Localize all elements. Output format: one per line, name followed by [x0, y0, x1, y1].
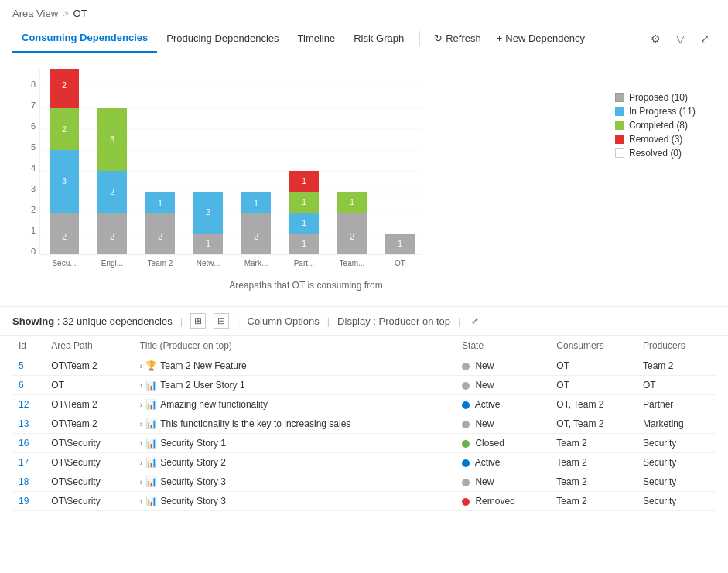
row-id-link[interactable]: 13 — [19, 418, 29, 429]
expand-arrow[interactable]: › — [140, 439, 142, 448]
row-id-link[interactable]: 19 — [19, 496, 29, 506]
state-text: New — [475, 418, 494, 429]
svg-text:2: 2 — [31, 205, 36, 214]
expand-rows-button[interactable]: ⊞ — [190, 313, 206, 329]
cell-state: Closed — [456, 434, 550, 453]
collapse-rows-button[interactable]: ⊟ — [214, 313, 229, 329]
row-id-link[interactable]: 16 — [19, 438, 29, 449]
cell-title: › 📊 Security Story 3 — [134, 472, 456, 492]
state-dot — [462, 498, 470, 506]
title-text: Amazing new functionality — [160, 399, 268, 410]
cell-title: › 📊 Amazing new functionality — [134, 395, 456, 414]
open-fullscreen-button[interactable]: ⤢ — [468, 314, 482, 328]
legend-removed-color — [615, 135, 624, 144]
tab-consuming[interactable]: Consuming Dependencies — [12, 24, 157, 53]
cell-producers: Marketing — [637, 414, 716, 434]
cell-consumers: Team 2 — [550, 434, 637, 453]
cell-title: › 📊 Security Story 1 — [134, 434, 456, 453]
expand-arrow[interactable]: › — [140, 497, 142, 506]
table-row: 5 OT\Team 2 › 🏆 Team 2 New Feature New O… — [12, 356, 716, 376]
expand-arrow[interactable]: › — [140, 362, 142, 370]
svg-text:2: 2 — [62, 124, 67, 134]
showing-label: Showing : 32 unique dependencies — [12, 315, 173, 327]
cell-id: 5 — [12, 356, 45, 376]
tab-timeline[interactable]: Timeline — [289, 25, 345, 52]
cell-id: 16 — [12, 434, 45, 453]
title-icon: 📊 — [145, 399, 157, 410]
expand-arrow[interactable]: › — [140, 420, 142, 428]
svg-text:1: 1 — [302, 239, 306, 248]
row-id-link[interactable]: 6 — [19, 380, 24, 391]
tab-divider — [419, 31, 420, 46]
state-dot — [462, 401, 470, 409]
title-icon: 🏆 — [145, 360, 157, 371]
state-text: New — [475, 380, 494, 391]
expand-arrow[interactable]: › — [140, 381, 142, 390]
plus-icon: + — [497, 32, 503, 44]
state-dot — [462, 440, 470, 448]
row-id-link[interactable]: 18 — [19, 476, 29, 487]
title-text: Security Story 3 — [160, 496, 226, 506]
legend-proposed-color — [615, 93, 624, 102]
col-header-consumers: Consumers — [550, 336, 637, 356]
column-options-button[interactable]: Column Options — [248, 315, 320, 327]
title-text: Security Story 2 — [160, 457, 226, 468]
svg-text:1: 1 — [31, 226, 36, 235]
cell-title: › 📊 Team 2 User Story 1 — [134, 376, 456, 395]
row-id-link[interactable]: 5 — [19, 360, 24, 371]
legend-completed: Completed (8) — [615, 120, 708, 131]
state-dot — [462, 479, 470, 486]
chart-area: 0 1 2 3 4 5 6 7 8 9 — [0, 53, 728, 306]
table-row: 18 OT\Security › 📊 Security Story 3 New … — [12, 472, 716, 492]
chart-legend: Proposed (10) In Progress (11) Completed… — [615, 69, 716, 298]
expand-arrow[interactable]: › — [140, 401, 142, 409]
state-dot — [462, 459, 470, 467]
svg-text:2: 2 — [350, 232, 354, 241]
cell-area-path: OT\Team 2 — [45, 395, 134, 414]
tab-risk-graph[interactable]: Risk Graph — [344, 25, 413, 52]
svg-text:1: 1 — [302, 197, 306, 206]
expand-arrow[interactable]: › — [140, 459, 142, 467]
new-dependency-button[interactable]: + New Dependency — [489, 26, 593, 50]
svg-text:3: 3 — [31, 184, 36, 193]
expand-icon[interactable]: ⤢ — [694, 28, 716, 49]
cell-producers: OT — [637, 376, 716, 395]
tab-bar: Consuming Dependencies Producing Depende… — [0, 24, 728, 53]
expand-arrow[interactable]: › — [140, 478, 142, 486]
title-text: Security Story 3 — [160, 476, 226, 487]
cell-producers: Partner — [637, 395, 716, 414]
tab-actions-right: ⚙ ▽ ⤢ — [644, 28, 716, 49]
legend-proposed: Proposed (10) — [615, 92, 708, 103]
cell-state: New — [456, 376, 550, 395]
svg-text:2: 2 — [62, 232, 67, 241]
svg-text:Team...: Team... — [340, 259, 365, 268]
svg-text:0: 0 — [31, 247, 36, 256]
cell-area-path: OT\Security — [45, 434, 134, 453]
cell-producers: Team 2 — [637, 356, 716, 376]
cell-consumers: OT — [550, 356, 637, 376]
tab-producing[interactable]: Producing Dependencies — [157, 25, 288, 52]
title-icon: 📊 — [145, 496, 157, 506]
breadcrumb-sep: > — [63, 8, 69, 19]
svg-text:7: 7 — [31, 101, 36, 110]
display-toggle[interactable]: Display : Producer on top — [337, 315, 450, 327]
filter-icon[interactable]: ▽ — [670, 28, 691, 49]
cell-producers: Security — [637, 434, 716, 453]
breadcrumb-parent[interactable]: Area View — [12, 8, 58, 19]
refresh-button[interactable]: ↻ Refresh — [426, 26, 489, 50]
svg-text:5: 5 — [31, 142, 36, 152]
row-id-link[interactable]: 17 — [19, 457, 29, 468]
row-id-link[interactable]: 12 — [19, 399, 29, 410]
cell-consumers: Team 2 — [550, 492, 637, 511]
settings-icon[interactable]: ⚙ — [644, 28, 667, 49]
cell-state: New — [456, 356, 550, 376]
title-text: Security Story 1 — [160, 438, 226, 449]
svg-text:3: 3 — [62, 176, 67, 186]
legend-resolved: Resolved (0) — [615, 148, 708, 159]
legend-inprogress-color — [615, 107, 624, 116]
table-wrap: Id Area Path Title (Producer on top) Sta… — [0, 336, 728, 511]
legend-completed-color — [615, 121, 624, 130]
cell-area-path: OT\Security — [45, 453, 134, 472]
title-text: This functionality is the key to increas… — [160, 418, 350, 429]
sep3: | — [327, 315, 330, 327]
